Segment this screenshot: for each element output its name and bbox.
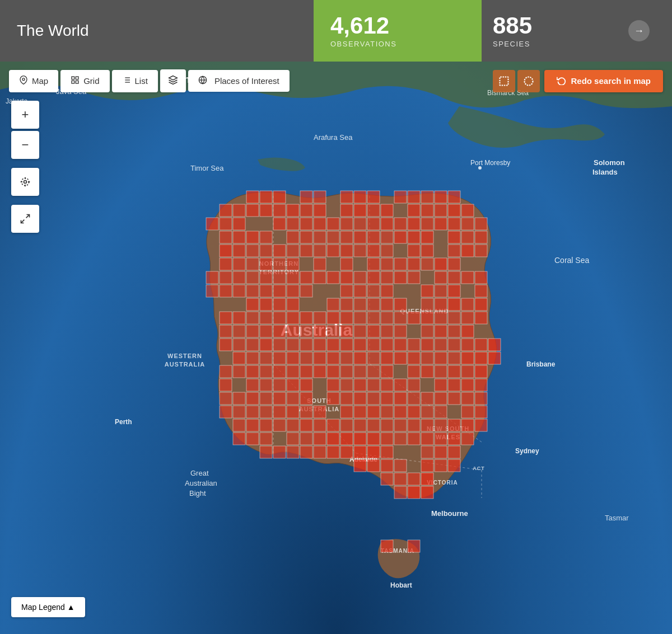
species-arrow-button[interactable]: → [628, 20, 650, 41]
map-container[interactable]: Java Sea Jakarta Timor Sea Arafura Sea B… [0, 62, 672, 634]
svg-rect-18 [76, 81, 79, 83]
globe-icon [198, 76, 207, 86]
svg-rect-19 [72, 81, 74, 83]
redo-icon [557, 76, 566, 87]
svg-point-8 [21, 178, 29, 185]
circle-select-button[interactable] [517, 70, 540, 92]
observations-block: 4,612 OBSERVATIONS [314, 0, 482, 62]
map-background: Java Sea Jakarta Timor Sea Arafura Sea B… [0, 62, 672, 634]
page-title: The World [17, 22, 89, 40]
header: The World 4,612 OBSERVATIONS 885 SPECIES… [0, 0, 672, 62]
redo-search-button[interactable]: Redo search in map [544, 70, 663, 92]
map-view-button[interactable]: Map [9, 70, 58, 92]
grid-icon [71, 76, 80, 87]
places-label: Places of Interest [214, 76, 279, 86]
ocean-background [0, 62, 672, 634]
svg-point-15 [22, 78, 25, 80]
layers-button[interactable] [160, 69, 186, 92]
grid-view-label: Grid [83, 76, 99, 86]
fullscreen-button[interactable] [11, 205, 39, 233]
svg-rect-17 [76, 77, 79, 79]
map-legend-button[interactable]: Map Legend ▲ [11, 597, 85, 617]
list-view-button[interactable]: List [112, 70, 158, 92]
map-controls: + − [11, 101, 39, 233]
svg-line-13 [26, 215, 30, 218]
selection-tools [493, 70, 540, 92]
locate-button[interactable] [11, 168, 39, 196]
observations-count: 4,612 [330, 14, 465, 37]
list-icon [122, 76, 131, 87]
svg-point-7 [24, 181, 27, 184]
svg-rect-29 [500, 77, 508, 85]
svg-line-14 [21, 220, 25, 223]
zoom-out-button[interactable]: − [11, 131, 39, 159]
zoom-in-button[interactable]: + [11, 101, 39, 129]
redo-label: Redo search in map [571, 76, 651, 86]
grid-view-button[interactable]: Grid [60, 70, 109, 92]
species-count: 885 [493, 14, 532, 37]
svg-point-30 [525, 77, 533, 85]
list-view-label: List [135, 76, 148, 86]
rectangle-select-button[interactable] [493, 70, 515, 92]
header-title-area: The World [0, 0, 314, 62]
map-view-label: Map [32, 76, 48, 86]
toolbar: Map Grid List [0, 62, 672, 100]
species-block: 885 SPECIES → [482, 0, 672, 62]
places-of-interest-button[interactable]: Places of Interest [188, 70, 290, 92]
layers-icon [168, 75, 178, 87]
observations-label: OBSERVATIONS [330, 40, 465, 48]
species-label: SPECIES [493, 40, 532, 48]
map-icon [19, 76, 28, 87]
svg-marker-26 [169, 76, 177, 81]
svg-rect-16 [72, 77, 74, 79]
